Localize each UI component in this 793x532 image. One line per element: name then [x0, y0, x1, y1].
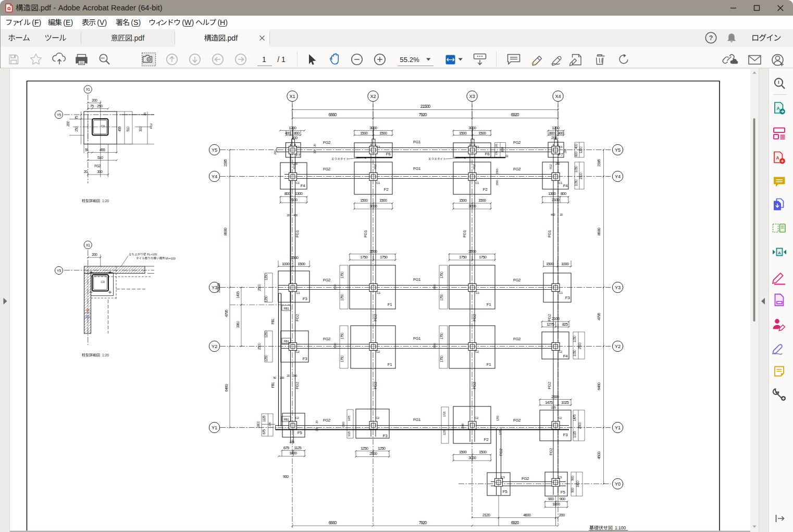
svg-text:.pdf: .pdf	[132, 34, 144, 42]
svg-text:F4: F4	[301, 183, 305, 188]
svg-text:.pdf: .pdf	[39, 4, 52, 12]
svg-text:1500: 1500	[459, 450, 467, 454]
svg-text:200: 200	[66, 121, 70, 127]
svg-text:FG2: FG2	[373, 381, 378, 389]
svg-text:800: 800	[574, 151, 578, 156]
svg-text:?: ?	[709, 34, 713, 42]
svg-text:A: A	[776, 155, 779, 160]
svg-text:1025: 1025	[573, 431, 576, 438]
svg-text:FG2: FG2	[473, 164, 476, 169]
svg-text:225: 225	[268, 422, 271, 426]
svg-text:2100: 2100	[552, 316, 560, 321]
svg-text:FG2: FG2	[323, 278, 331, 282]
svg-text:FG2: FG2	[547, 314, 552, 321]
svg-text:1500: 1500	[495, 168, 499, 174]
svg-text:FG2: FG2	[513, 337, 521, 341]
svg-text:600: 600	[85, 315, 90, 318]
svg-text:1300: 1300	[548, 191, 556, 196]
svg-text:F4: F4	[563, 354, 568, 358]
svg-text:225: 225	[290, 440, 295, 443]
svg-text:1025: 1025	[348, 431, 351, 437]
svg-text:Y5: Y5	[57, 113, 61, 117]
svg-text:1250: 1250	[361, 446, 369, 451]
svg-text:(S): (S)	[131, 18, 141, 27]
svg-text:1750: 1750	[479, 255, 487, 259]
svg-text:FG2: FG2	[323, 167, 331, 171]
svg-text:1750: 1750	[340, 271, 344, 278]
svg-text:2500: 2500	[578, 422, 581, 429]
svg-text:3500: 3500	[433, 284, 436, 290]
svg-text:1050: 1050	[574, 179, 578, 186]
svg-text:X2: X2	[370, 94, 376, 99]
svg-text:(V): (V)	[97, 18, 107, 27]
svg-text:825: 825	[562, 322, 568, 327]
svg-text:50: 50	[273, 376, 276, 379]
svg-text:F2: F2	[484, 437, 489, 442]
svg-text:C3: C3	[376, 145, 380, 149]
svg-text:F1: F1	[487, 302, 491, 307]
svg-text:FG2: FG2	[472, 381, 477, 389]
svg-text:1050: 1050	[573, 350, 576, 356]
svg-text:400: 400	[574, 143, 578, 149]
svg-text:FG2: FG2	[513, 140, 521, 145]
svg-text:250: 250	[555, 162, 560, 165]
svg-text:Acrobat: Acrobat	[82, 4, 108, 12]
svg-text:200: 200	[551, 135, 557, 140]
svg-text:FB1: FB1	[271, 382, 275, 388]
svg-text:C3: C3	[101, 125, 105, 128]
svg-text:FB1: FB1	[284, 418, 290, 421]
svg-text:Y4: Y4	[615, 174, 621, 179]
svg-text:800: 800	[294, 131, 300, 135]
svg-text:F1: F1	[487, 362, 491, 367]
svg-text:Y5: Y5	[212, 147, 217, 153]
svg-text:Y4: Y4	[212, 174, 217, 179]
svg-text:1750: 1750	[440, 332, 443, 339]
svg-text:C1: C1	[475, 181, 479, 184]
svg-text:2500: 2500	[342, 422, 345, 427]
svg-text:1800: 1800	[552, 502, 561, 506]
svg-text:X1: X1	[86, 243, 90, 247]
svg-text:C3: C3	[558, 476, 562, 479]
svg-text:1500: 1500	[495, 180, 499, 185]
svg-text:Y2: Y2	[212, 344, 217, 349]
svg-text:455: 455	[118, 126, 121, 131]
svg-text:20: 20	[313, 144, 316, 147]
svg-text:Y2: Y2	[615, 344, 621, 349]
svg-text:FG1: FG1	[363, 230, 368, 238]
svg-text:1750: 1750	[440, 355, 443, 362]
svg-text:FG1: FG1	[413, 336, 421, 341]
svg-text:F1: F1	[388, 362, 392, 367]
svg-text:1250: 1250	[264, 295, 268, 302]
svg-text:6660: 6660	[329, 521, 337, 525]
svg-text:3500: 3500	[333, 343, 337, 349]
svg-text:1435: 1435	[236, 291, 240, 299]
svg-text:110: 110	[85, 308, 90, 312]
svg-text:3500: 3500	[369, 249, 378, 254]
svg-text:X1: X1	[290, 94, 295, 99]
svg-text:8930: 8930	[597, 227, 601, 236]
svg-text:C2: C2	[558, 416, 562, 419]
svg-text:1725: 1725	[443, 411, 446, 417]
svg-text:1275: 1275	[547, 322, 555, 327]
svg-text:X3: X3	[469, 94, 475, 99]
svg-text:1200: 1200	[579, 146, 583, 153]
svg-text:250: 250	[293, 162, 298, 165]
svg-text:1750: 1750	[440, 294, 443, 301]
svg-text:FG2: FG2	[513, 278, 521, 282]
svg-text:21500: 21500	[420, 104, 431, 109]
svg-text:1800: 1800	[256, 421, 260, 428]
svg-text:F3: F3	[565, 295, 570, 300]
svg-text:t=100: t=100	[168, 257, 176, 260]
svg-text:22800: 22800	[216, 283, 221, 293]
svg-text:FL+100: FL+100	[147, 253, 157, 256]
svg-text:675: 675	[283, 446, 290, 450]
svg-text:1500: 1500	[360, 198, 368, 203]
svg-text:455: 455	[100, 147, 105, 152]
svg-text:55: 55	[85, 148, 89, 152]
svg-text:4795: 4795	[224, 309, 229, 317]
svg-text:900: 900	[571, 475, 574, 480]
svg-text:1025: 1025	[561, 400, 569, 405]
svg-text:Y1: Y1	[212, 425, 217, 430]
svg-text:2500: 2500	[257, 343, 261, 350]
svg-text:200: 200	[292, 135, 298, 140]
